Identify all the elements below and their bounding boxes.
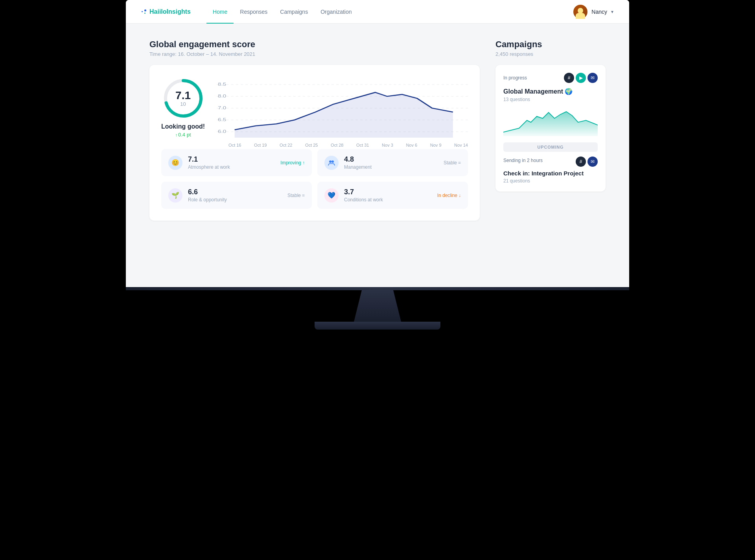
chart-area: 8.5 8.0 7.0 6.5 6.0 [217, 77, 468, 140]
screen: HaiiloInsights Home Responses Campaigns … [126, 0, 629, 287]
navbar: HaiiloInsights Home Responses Campaigns … [126, 0, 629, 24]
svg-text:6.5: 6.5 [218, 118, 226, 122]
email-icon: ✉ [587, 73, 598, 83]
gauge-score: 7.1 [175, 90, 191, 101]
campaigns-responses: 2,450 responses [495, 51, 606, 57]
management-info: 4.8 Management [344, 155, 438, 170]
in-progress-card[interactable]: In progress # ▶ ✉ Global Management 🌍 13… [495, 65, 606, 192]
chevron-down-icon: ▾ [611, 9, 613, 15]
upcoming-icons: # ✉ [576, 157, 598, 167]
upcoming-divider: UPCOMING [503, 142, 598, 152]
nav-responses[interactable]: Responses [234, 0, 274, 24]
atmosphere-score: 7.1 [188, 155, 275, 164]
score-gauge: 7.1 10 Looking good! ↑ 0.4 pt [161, 77, 205, 138]
score-area: 7.1 10 Looking good! ↑ 0.4 pt [161, 77, 468, 140]
equals-icon: = [302, 193, 305, 198]
in-progress-status-bar: In progress # ▶ ✉ [503, 73, 598, 83]
svg-point-12 [329, 160, 331, 163]
mini-chart [503, 109, 598, 136]
arrow-down-icon: ↓ [459, 193, 461, 198]
upcoming-hashtag-icon: # [576, 157, 586, 167]
conditions-label: Conditions at work [344, 197, 432, 203]
engagement-time-range: Time range: 16. October – 14. November 2… [149, 51, 480, 57]
nav-campaigns[interactable]: Campaigns [274, 0, 314, 24]
engagement-card: 7.1 10 Looking good! ↑ 0.4 pt [149, 65, 480, 221]
management-status: Stable = [444, 160, 461, 166]
in-progress-name: Global Management 🌍 [503, 88, 598, 95]
role-label: Role & opportunity [188, 197, 282, 203]
svg-text:8.5: 8.5 [218, 82, 226, 87]
engagement-title: Global engagement score [149, 39, 480, 50]
logo-icon [142, 9, 146, 14]
user-menu[interactable]: Nancy ▾ [573, 5, 613, 19]
upcoming-questions: 21 questions [503, 178, 598, 184]
conditions-icon: 💙 [324, 188, 339, 203]
arrow-up-icon: ↑ [302, 160, 305, 166]
nav-home[interactable]: Home [206, 0, 234, 24]
in-progress-status-label: In progress [503, 75, 527, 81]
upcoming-status: Sending in 2 hours [503, 158, 543, 163]
metric-conditions[interactable]: 💙 3.7 Conditions at work In decline ↓ [317, 182, 468, 209]
management-score: 4.8 [344, 155, 438, 164]
campaigns-title: Campaigns [495, 39, 606, 50]
svg-text:6.0: 6.0 [218, 129, 226, 134]
stand-neck [338, 290, 417, 322]
svg-text:8.0: 8.0 [218, 94, 226, 99]
engagement-label: Looking good! [161, 123, 205, 130]
engagement-section: Global engagement score Time range: 16. … [149, 39, 480, 221]
logo[interactable]: HaiiloInsights [142, 8, 191, 15]
nav-organization[interactable]: Organization [314, 0, 358, 24]
metric-atmosphere[interactable]: 😊 7.1 Atmosphere at work Improving ↑ [161, 149, 312, 176]
monitor-stand [315, 290, 440, 330]
user-name: Nancy [591, 9, 607, 15]
upcoming-name: Check in: Integration Project [503, 170, 598, 177]
campaigns-section: Campaigns 2,450 responses In progress # … [495, 39, 606, 221]
hashtag-icon: # [564, 73, 574, 83]
gauge-circle: 7.1 10 [162, 77, 205, 120]
nav-links: Home Responses Campaigns Organization [206, 0, 573, 24]
upcoming-email-icon: ✉ [587, 157, 598, 167]
atmosphere-info: 7.1 Atmosphere at work [188, 155, 275, 170]
campaign-icons: # ▶ ✉ [564, 73, 598, 83]
stand-base [315, 322, 440, 330]
avatar [573, 5, 587, 19]
role-status: Stable = [287, 193, 305, 198]
metric-management[interactable]: 4.8 Management Stable = [317, 149, 468, 176]
management-icon [324, 156, 339, 170]
arrow-up-icon: ↑ [175, 133, 178, 137]
svg-text:7.0: 7.0 [218, 106, 226, 111]
role-info: 6.6 Role & opportunity [188, 188, 282, 203]
atmosphere-status: Improving ↑ [280, 160, 305, 166]
upcoming-section: Sending in 2 hours # ✉ Check in: Integra… [503, 157, 598, 184]
play-icon: ▶ [576, 73, 586, 83]
conditions-status: In decline ↓ [437, 193, 461, 198]
in-progress-questions: 13 questions [503, 97, 598, 102]
atmosphere-icon: 😊 [168, 156, 182, 170]
score-change: ↑ 0.4 pt [161, 132, 205, 138]
atmosphere-label: Atmosphere at work [188, 164, 275, 170]
role-icon: 🌱 [168, 188, 182, 203]
logo-text: HaiiloInsights [149, 8, 191, 15]
conditions-info: 3.7 Conditions at work [344, 188, 432, 203]
conditions-score: 3.7 [344, 188, 432, 196]
management-label: Management [344, 164, 438, 170]
metric-role[interactable]: 🌱 6.6 Role & opportunity Stable = [161, 182, 312, 209]
svg-point-13 [331, 160, 334, 163]
equals-icon: = [458, 160, 461, 166]
chart-labels: Oct 16Oct 19Oct 22Oct 25Oct 28Oct 31Nov … [217, 141, 468, 149]
metrics-grid: 😊 7.1 Atmosphere at work Improving ↑ [161, 149, 468, 209]
role-score: 6.6 [188, 188, 282, 196]
gauge-max: 10 [175, 101, 191, 107]
main-content: Global engagement score Time range: 16. … [126, 24, 629, 236]
